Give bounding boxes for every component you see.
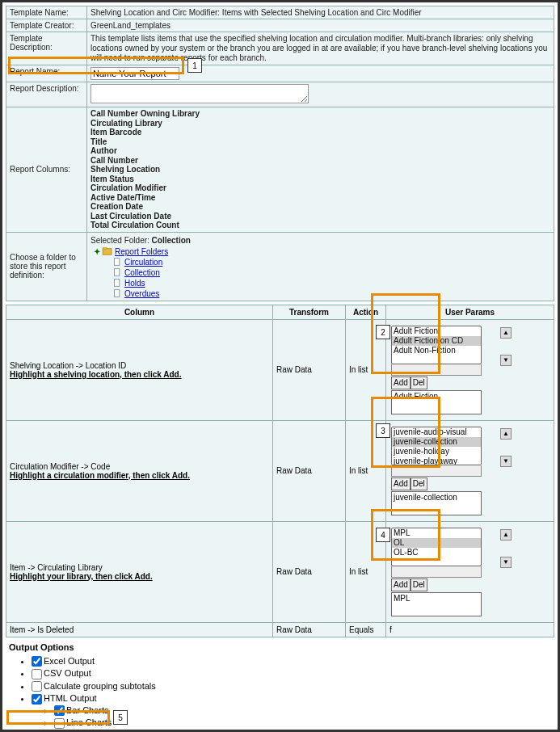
svg-rect-4 [114, 280, 119, 287]
html-output-label: HTML Output [44, 693, 97, 703]
filter-column-cell: Shelving Location -> Location IDHighligh… [6, 319, 273, 420]
document-icon [112, 279, 123, 287]
svg-rect-0 [103, 249, 112, 255]
filter-hint-link[interactable]: Highlight a circulation modifier, then c… [10, 471, 190, 480]
filter-transform-cell: Raw Data [273, 521, 346, 622]
report-columns-label: Report Columns: [6, 107, 87, 233]
tree-expand-icon[interactable]: ✦ [94, 247, 100, 256]
report-column-item: Last Circulation Date [91, 212, 550, 221]
svg-rect-5 [114, 290, 119, 297]
filter-path: Circulation Modifier -> Code [10, 462, 269, 471]
folder-tree-item[interactable]: Holds [91, 278, 550, 288]
scroll-down-icon[interactable]: ▼ [500, 557, 512, 568]
folder-open-icon [102, 247, 113, 255]
report-description-label: Report Description: [6, 82, 87, 107]
csv-output-checkbox[interactable] [32, 669, 42, 679]
report-column-item: Author [91, 146, 550, 156]
highlight-report-name [8, 57, 184, 74]
scroll-down-icon[interactable]: ▼ [500, 456, 512, 467]
filter-transform-cell: Raw Data [273, 420, 346, 521]
subtotals-checkbox[interactable] [32, 681, 42, 692]
folder-link[interactable]: Holds [124, 279, 145, 288]
report-header-table: Template Name: Shelving Location and Cir… [6, 6, 554, 301]
filter-column-cell: Circulation Modifier -> CodeHighlight a … [6, 420, 273, 521]
filter-transform-cell: Raw Data [273, 319, 346, 420]
folder-tree-item[interactable]: Collection [91, 267, 550, 278]
svg-rect-1 [103, 247, 107, 250]
template-name-label: Template Name: [6, 6, 87, 19]
document-icon [112, 258, 123, 266]
report-column-item: Total Circulation Count [91, 221, 550, 230]
filter-path: Shelving Location -> Location ID [10, 361, 269, 370]
report-column-item: Item Status [91, 175, 550, 184]
folder-link[interactable]: Collection [124, 268, 160, 277]
scroll-up-icon[interactable]: ▲ [500, 327, 512, 339]
filter-params-cell: f [386, 622, 554, 637]
selected-folder-value: Collection [152, 236, 191, 245]
report-column-item: Circulation Modifier [91, 183, 550, 193]
param-del-button[interactable]: Del [411, 578, 427, 591]
csv-output-label: CSV Output [44, 668, 91, 678]
badge-3: 3 [376, 423, 390, 438]
scroll-up-icon[interactable]: ▲ [500, 428, 512, 440]
report-column-item: Call Number [91, 156, 550, 166]
th-transform: Transform [273, 305, 346, 319]
param-add-button[interactable]: Add [391, 477, 411, 490]
report-column-item: Item Barcode [91, 128, 550, 137]
report-description-textarea[interactable] [91, 84, 309, 103]
choose-folder-label: Choose a folder to store this report def… [6, 232, 87, 301]
document-icon [112, 289, 123, 297]
param-del-button[interactable]: Del [411, 477, 427, 490]
filter-hint-link[interactable]: Highlight your library, then click Add. [10, 572, 153, 581]
folder-link[interactable]: Overdues [124, 289, 159, 298]
scroll-down-icon[interactable]: ▼ [500, 355, 512, 366]
report-column-item: Title [91, 137, 550, 147]
template-creator-value: GreenLand_templates [87, 19, 554, 32]
folder-tree-item[interactable]: Overdues [91, 288, 550, 299]
report-column-item: Active Date/Time [91, 193, 550, 203]
filters-table: Column Transform Action User Params Shel… [6, 305, 554, 637]
template-creator-label: Template Creator: [6, 19, 87, 32]
filter-action-cell: Equals [346, 622, 386, 637]
param-selected-box[interactable]: MPL [391, 592, 482, 616]
filter-hint-link[interactable]: Highlight a shelving location, then clic… [10, 370, 181, 379]
folder-tree-item[interactable]: Circulation [91, 257, 550, 267]
report-columns-list: Call Number Owning LibraryCirculating Li… [91, 109, 550, 230]
filter-transform-cell: Raw Data [273, 622, 346, 637]
report-column-item: Circulating Library [91, 119, 550, 128]
document-icon [112, 268, 123, 276]
svg-rect-2 [114, 259, 119, 266]
filter-column-cell: Item -> Circulating LibraryHighlight you… [6, 521, 273, 622]
badge-5: 5 [113, 710, 128, 725]
badge-4: 4 [376, 528, 390, 542]
excel-output-label: Excel Output [44, 656, 95, 666]
subtotals-label: Calculate grouping subtotals [44, 681, 156, 691]
report-column-item: Shelving Location [91, 165, 550, 175]
param-add-button[interactable]: Add [391, 377, 411, 389]
badge-2: 2 [376, 325, 390, 339]
th-column: Column [6, 305, 273, 319]
selected-folder-prefix: Selected Folder: [91, 236, 152, 245]
svg-rect-3 [114, 269, 119, 276]
param-del-button[interactable]: Del [411, 377, 427, 389]
param-add-button[interactable]: Add [391, 578, 411, 591]
badge-1: 1 [187, 58, 202, 73]
root-folder-link[interactable]: Report Folders [115, 247, 168, 256]
scroll-up-icon[interactable]: ▲ [500, 529, 512, 541]
highlight-run-asap [6, 710, 110, 725]
report-column-item: Call Number Owning Library [91, 109, 550, 119]
report-column-item: Creation Date [91, 202, 550, 212]
filter-path: Item -> Circulating Library [10, 563, 269, 572]
html-output-checkbox[interactable] [32, 694, 42, 705]
folder-link[interactable]: Circulation [124, 258, 162, 267]
excel-output-checkbox[interactable] [32, 656, 42, 667]
filter-column-cell: Item -> Is Deleted [6, 622, 273, 637]
output-options-heading: Output Options [9, 642, 74, 652]
param-hscroll[interactable] [391, 566, 482, 578]
template-name-value: Shelving Location and Circ Modifier: Ite… [87, 6, 554, 19]
